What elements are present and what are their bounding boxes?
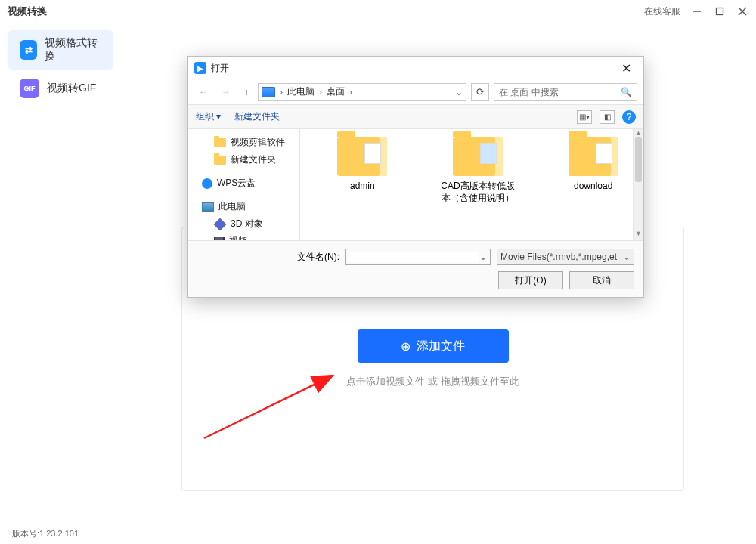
folder-icon bbox=[214, 156, 226, 165]
chevron-down-icon[interactable]: ⌄ bbox=[479, 252, 487, 262]
dialog-title: 打开 bbox=[211, 62, 229, 75]
app-titlebar: 视频转换 在线客服 bbox=[0, 0, 756, 23]
add-file-label: 添加文件 bbox=[417, 338, 465, 354]
play-icon: ▶ bbox=[194, 62, 206, 74]
file-name: download bbox=[574, 181, 612, 191]
plus-icon: ⊕ bbox=[401, 339, 411, 354]
filename-combobox[interactable]: ⌄ bbox=[345, 249, 491, 265]
view-mode-button[interactable]: ▦▾ bbox=[577, 110, 592, 124]
add-file-button[interactable]: ⊕ 添加文件 bbox=[358, 329, 509, 363]
filename-label: 文件名(N): bbox=[297, 251, 339, 264]
refresh-button[interactable]: ⟳ bbox=[471, 83, 489, 101]
dialog-close-button[interactable]: ✕ bbox=[615, 60, 637, 77]
file-item[interactable]: CAD高版本转低版本（含使用说明） bbox=[438, 137, 518, 240]
file-item[interactable]: admin bbox=[323, 137, 402, 240]
file-list-scrollbar[interactable]: ▲ ▼ bbox=[633, 129, 643, 240]
gif-icon: GIF bbox=[20, 79, 39, 98]
chevron-down-icon: ⌄ bbox=[623, 252, 631, 262]
breadcrumb-item[interactable]: 桌面 bbox=[327, 85, 345, 98]
version-label: 版本号:1.23.2.101 bbox=[12, 528, 79, 539]
pc-icon bbox=[262, 87, 275, 97]
folder-icon bbox=[214, 138, 226, 147]
online-support-link[interactable]: 在线客服 bbox=[644, 5, 680, 18]
filter-label: Movie Files(*.rmvb,*.mpeg,et bbox=[500, 252, 617, 262]
tree-item[interactable]: 3D 对象 bbox=[188, 215, 299, 233]
sidebar-item-label: 视频格式转换 bbox=[45, 36, 101, 63]
svg-rect-1 bbox=[717, 8, 723, 15]
scroll-down-icon[interactable]: ▼ bbox=[634, 230, 643, 240]
nav-back-button[interactable]: ← bbox=[194, 85, 212, 99]
folder-icon bbox=[337, 137, 387, 176]
new-folder-button[interactable]: 新建文件夹 bbox=[234, 110, 280, 123]
pc-icon bbox=[202, 202, 214, 212]
file-item[interactable]: download bbox=[553, 137, 633, 240]
close-button[interactable] bbox=[736, 5, 748, 17]
file-name: admin bbox=[350, 181, 375, 191]
tree-item[interactable]: WPS云盘 bbox=[188, 175, 299, 192]
nav-up-button[interactable]: ↑ bbox=[240, 85, 253, 99]
filetype-filter[interactable]: Movie Files(*.rmvb,*.mpeg,et ⌄ bbox=[497, 249, 634, 265]
organize-menu[interactable]: 组织 ▾ bbox=[196, 110, 221, 123]
nav-forward-button[interactable]: → bbox=[217, 85, 235, 99]
address-bar[interactable]: › 此电脑 › 桌面 › ⌄ bbox=[258, 83, 466, 101]
folder-icon bbox=[453, 137, 503, 176]
search-input[interactable] bbox=[499, 87, 621, 97]
filename-input[interactable] bbox=[349, 252, 479, 262]
search-box[interactable]: 🔍 bbox=[494, 83, 637, 101]
scroll-thumb[interactable] bbox=[635, 137, 642, 182]
tree-item[interactable]: 视频 bbox=[188, 233, 299, 240]
preview-pane-button[interactable]: ◧ bbox=[600, 110, 615, 124]
folder-tree: 视频剪辑软件 新建文件夹 WPS云盘 此电脑 3D 对象 视频 bbox=[188, 129, 300, 240]
breadcrumb-item[interactable]: 此电脑 bbox=[287, 85, 314, 98]
swap-icon: ⇄ bbox=[20, 40, 37, 60]
maximize-button[interactable] bbox=[714, 5, 726, 17]
app-title: 视频转换 bbox=[8, 5, 47, 18]
sidebar-item-to-gif[interactable]: GIF 视频转GIF bbox=[8, 73, 113, 104]
open-button[interactable]: 打开(O) bbox=[498, 271, 563, 289]
tree-item[interactable]: 此电脑 bbox=[188, 198, 299, 215]
minimize-button[interactable] bbox=[691, 5, 703, 17]
file-list: admin CAD高版本转低版本（含使用说明） download bbox=[300, 129, 633, 240]
cancel-button[interactable]: 取消 bbox=[569, 271, 634, 289]
sidebar: ⇄ 视频格式转换 GIF 视频转GIF bbox=[0, 23, 121, 521]
folder-icon bbox=[569, 137, 618, 176]
tree-item[interactable]: 新建文件夹 bbox=[188, 151, 299, 168]
breadcrumb-dropdown[interactable]: ⌄ bbox=[455, 87, 463, 97]
cube-icon bbox=[214, 218, 227, 230]
search-icon: 🔍 bbox=[621, 87, 632, 97]
tree-item[interactable]: 视频剪辑软件 bbox=[188, 134, 299, 151]
sidebar-item-format-convert[interactable]: ⇄ 视频格式转换 bbox=[8, 30, 113, 70]
wps-icon bbox=[202, 178, 212, 189]
file-name: CAD高版本转低版本（含使用说明） bbox=[438, 181, 518, 204]
help-icon[interactable]: ? bbox=[622, 110, 636, 124]
sidebar-item-label: 视频转GIF bbox=[47, 82, 96, 95]
drop-hint: 点击添加视频文件 或 拖拽视频文件至此 bbox=[346, 375, 519, 388]
file-open-dialog: ▶ 打开 ✕ ← → ↑ › 此电脑 › 桌面 › ⌄ ⟳ 🔍 组织 ▾ 新建文… bbox=[187, 56, 644, 298]
